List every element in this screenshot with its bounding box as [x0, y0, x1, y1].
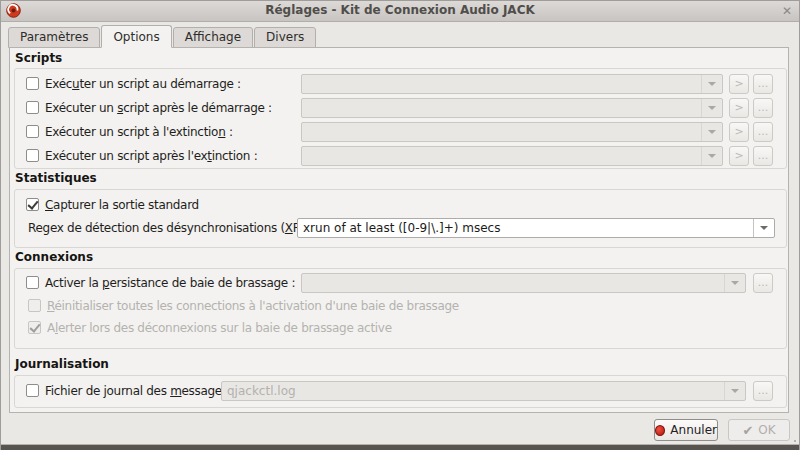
- shutdown-script-browse-button[interactable]: ...: [753, 122, 773, 142]
- dropdown-arrow-icon[interactable]: [753, 219, 774, 237]
- capture-stdout-label[interactable]: Capturer la sortie standard: [45, 195, 199, 215]
- xrun-regex-label: Regex de détection des désynchronisation…: [28, 218, 330, 238]
- message-log-file-combo[interactable]: qjackctl.log: [221, 381, 746, 401]
- poststartup-script-run-button[interactable]: >: [729, 98, 749, 118]
- close-icon[interactable]: ✕: [782, 3, 792, 19]
- postshutdown-script-browse-button[interactable]: ...: [753, 146, 773, 166]
- dropdown-arrow-icon[interactable]: [724, 382, 745, 400]
- checkbox-alert-disconnections[interactable]: [28, 321, 41, 334]
- reset-connections-label: Réinitialiser toutes les connections à l…: [47, 296, 459, 316]
- ok-button-label: OK: [758, 423, 775, 437]
- logging-group-title: Journalisation: [15, 357, 109, 371]
- dropdown-arrow-icon[interactable]: [701, 75, 722, 93]
- window-title: Réglages - Kit de Connexion Audio JACK: [1, 3, 799, 17]
- tab-affichage[interactable]: Affichage: [173, 27, 253, 48]
- patchbay-browse-button[interactable]: ...: [753, 273, 773, 293]
- dropdown-arrow-icon[interactable]: [701, 147, 722, 165]
- message-log-browse-button[interactable]: ...: [753, 381, 773, 401]
- alert-disconnections-label: Alerter lors des déconnexions sur la bai…: [47, 318, 392, 338]
- checkbox-shutdown-script[interactable]: [26, 125, 39, 138]
- cancel-button[interactable]: Annuler: [654, 419, 718, 441]
- dropdown-arrow-icon[interactable]: [701, 123, 722, 141]
- xrun-regex-value[interactable]: xrun of at least ([0-9|\.]+) msecs: [303, 219, 500, 237]
- postshutdown-script-combo[interactable]: [301, 146, 723, 166]
- shutdown-script-label[interactable]: Exécuter un script à l'extinction :: [45, 122, 233, 142]
- ok-button[interactable]: ✔ OK: [728, 419, 790, 441]
- startup-script-run-button[interactable]: >: [729, 74, 749, 94]
- tab-options[interactable]: Options: [101, 25, 171, 48]
- shutdown-script-combo[interactable]: [301, 122, 723, 142]
- cancel-button-label: Annuler: [670, 423, 717, 437]
- checkbox-message-log[interactable]: [26, 384, 39, 397]
- ok-check-icon: ✔: [742, 424, 753, 437]
- message-log-file-value[interactable]: qjackctl.log: [227, 382, 296, 400]
- window-bottom-border: [1, 445, 799, 450]
- poststartup-script-label[interactable]: Exécuter un script après le démarrage :: [45, 98, 272, 118]
- patchbay-persistence-label[interactable]: Activer la persistance de baie de brassa…: [45, 273, 295, 293]
- checkbox-postshutdown-script[interactable]: [26, 149, 39, 162]
- cancel-icon: [655, 425, 665, 436]
- message-log-label[interactable]: Fichier de journal des messages :: [45, 381, 235, 401]
- checkbox-poststartup-script[interactable]: [26, 101, 39, 114]
- statistics-group-title: Statistiques: [15, 171, 97, 185]
- tab-parametres[interactable]: Paramètres: [8, 27, 100, 48]
- dropdown-arrow-icon[interactable]: [701, 99, 722, 117]
- poststartup-script-combo[interactable]: [301, 98, 723, 118]
- postshutdown-script-run-button[interactable]: >: [729, 146, 749, 166]
- patchbay-file-combo[interactable]: [301, 273, 746, 293]
- resize-grip-icon[interactable]: [794, 440, 796, 442]
- titlebar[interactable]: Réglages - Kit de Connexion Audio JACK ✕: [1, 1, 799, 22]
- poststartup-script-browse-button[interactable]: ...: [753, 98, 773, 118]
- checkbox-reset-connections[interactable]: [28, 299, 41, 312]
- tab-divers[interactable]: Divers: [254, 27, 316, 48]
- shutdown-script-run-button[interactable]: >: [729, 122, 749, 142]
- startup-script-combo[interactable]: [301, 74, 723, 94]
- postshutdown-script-label[interactable]: Exécuter un script après l'extinction :: [45, 146, 257, 166]
- xrun-regex-combo[interactable]: xrun of at least ([0-9|\.]+) msecs: [297, 218, 775, 238]
- checkbox-startup-script[interactable]: [26, 77, 39, 90]
- checkbox-capture-stdout[interactable]: [26, 198, 39, 211]
- startup-script-browse-button[interactable]: ...: [753, 74, 773, 94]
- dropdown-arrow-icon[interactable]: [724, 274, 745, 292]
- settings-dialog: Réglages - Kit de Connexion Audio JACK ✕…: [0, 0, 800, 450]
- tab-bar: Paramètres Options Affichage Divers: [8, 25, 316, 48]
- scripts-group-title: Scripts: [15, 51, 62, 65]
- startup-script-label[interactable]: Exécuter un script au démarrage :: [45, 74, 241, 94]
- checkbox-patchbay-persistence[interactable]: [26, 276, 39, 289]
- connections-group-title: Connexions: [15, 250, 93, 264]
